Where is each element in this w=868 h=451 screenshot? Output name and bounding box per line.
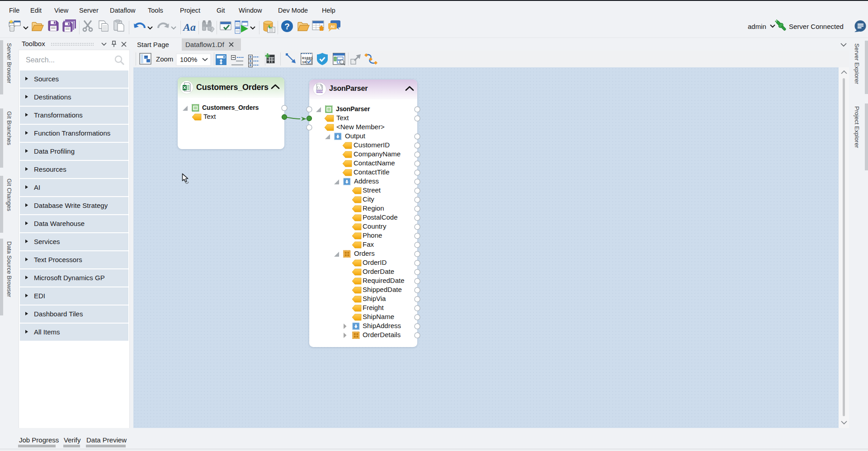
svg-text:Server Connected: Server Connected xyxy=(789,23,844,30)
svg-text:10: 10 xyxy=(302,60,307,64)
svg-text:JSON: JSON xyxy=(316,90,323,93)
svg-text:Aa: Aa xyxy=(182,21,196,33)
svg-text:100%: 100% xyxy=(180,56,197,63)
svg-text:?: ? xyxy=(284,22,290,31)
svg-text:Zoom: Zoom xyxy=(156,55,173,63)
svg-text:admin: admin xyxy=(748,23,766,30)
svg-text:AI: AI xyxy=(330,24,335,29)
